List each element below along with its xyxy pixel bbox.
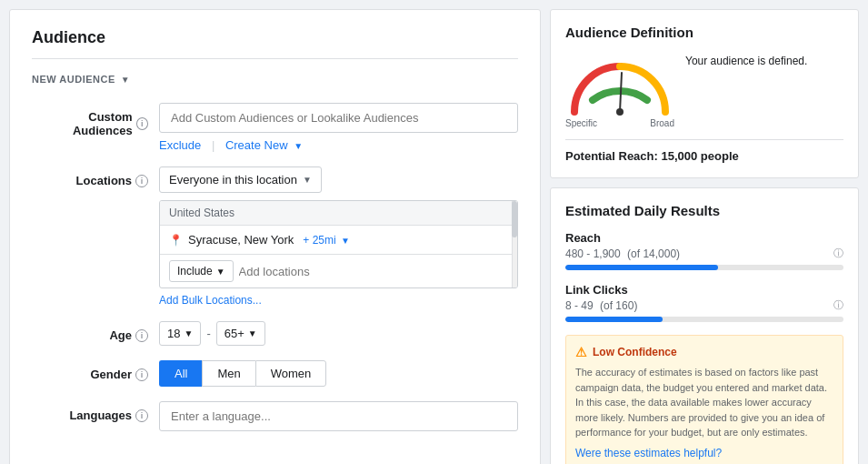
age-max-chevron-icon: ▼ xyxy=(248,328,257,338)
gauge-labels: Specific Broad xyxy=(565,118,674,128)
locations-info-icon[interactable]: i xyxy=(135,175,148,187)
location-box: United States 📍 Syracuse, New York + 25m… xyxy=(159,200,518,288)
audience-definition-title: Audience Definition xyxy=(565,25,843,40)
create-new-chevron-icon: ▼ xyxy=(294,141,303,151)
svg-line-0 xyxy=(620,73,622,112)
link-clicks-label: Link Clicks xyxy=(565,283,843,297)
estimated-results-title: Estimated Daily Results xyxy=(565,203,843,218)
add-locations-input[interactable] xyxy=(239,265,508,278)
link-separator: | xyxy=(212,138,215,152)
potential-reach: Potential Reach: 15,000 people xyxy=(565,139,843,163)
add-bulk-link-container: Add Bulk Locations... xyxy=(159,294,518,307)
link-clicks-progress-bg xyxy=(565,317,843,322)
custom-audiences-input[interactable] xyxy=(159,103,518,133)
helpful-link[interactable]: Were these estimates helpful? xyxy=(575,447,722,459)
age-min-chevron-icon: ▼ xyxy=(184,328,193,338)
age-controls: 18 ▼ - 65+ ▼ xyxy=(159,321,518,346)
reach-item: Reach 480 - 1,900 (of 14,000) ⓘ xyxy=(565,231,843,270)
reach-number: 480 - 1,900 (of 14,000) xyxy=(565,247,680,260)
languages-row: Languages i xyxy=(32,401,518,431)
location-pin-icon: 📍 xyxy=(169,234,183,247)
location-dropdown[interactable]: Everyone in this location ▼ xyxy=(159,166,322,193)
custom-audiences-row: Custom Audiences i Exclude | Create New … xyxy=(32,103,518,152)
age-max-dropdown[interactable]: 65+ ▼ xyxy=(216,321,265,346)
age-row: Age i 18 ▼ - 65+ ▼ xyxy=(32,321,518,346)
low-confidence-box: ⚠ Low Confidence The accuracy of estimat… xyxy=(565,335,843,464)
location-dropdown-chevron-icon: ▼ xyxy=(303,175,312,185)
reach-label: Reach xyxy=(565,231,843,245)
age-info-icon[interactable]: i xyxy=(135,329,148,342)
audience-definition-card: Audience Definition xyxy=(550,9,859,178)
locations-row: Locations i Everyone in this location ▼ … xyxy=(32,166,518,307)
locations-label: Locations i xyxy=(32,166,159,187)
age-content: 18 ▼ - 65+ ▼ xyxy=(159,321,518,346)
locations-content: Everyone in this location ▼ United State… xyxy=(159,166,518,307)
location-name: Syracuse, New York xyxy=(188,233,294,247)
reach-info-icon[interactable]: ⓘ xyxy=(833,247,843,260)
audience-links: Exclude | Create New ▼ xyxy=(159,138,518,152)
languages-input[interactable] xyxy=(159,401,518,431)
gender-label: Gender i xyxy=(32,360,159,381)
location-item: 📍 Syracuse, New York + 25mi ▼ xyxy=(160,226,517,255)
custom-audiences-content: Exclude | Create New ▼ xyxy=(159,103,518,152)
gauge-specific-label: Specific xyxy=(565,118,597,128)
include-row: Include ▼ xyxy=(160,255,517,287)
custom-audiences-info-icon[interactable]: i xyxy=(136,117,148,130)
low-confidence-title: ⚠ Low Confidence xyxy=(575,345,833,359)
age-min-dropdown[interactable]: 18 ▼ xyxy=(159,321,201,346)
gender-buttons: All Men Women xyxy=(159,360,518,387)
link-clicks-item: Link Clicks 8 - 49 (of 160) ⓘ xyxy=(565,283,843,322)
page-title: Audience xyxy=(32,28,518,59)
reach-progress-fill xyxy=(565,265,718,270)
radius-chevron-icon: ▼ xyxy=(341,236,350,246)
languages-info-icon[interactable]: i xyxy=(135,409,148,422)
age-dash: - xyxy=(206,327,210,340)
gender-row: Gender i All Men Women xyxy=(32,360,518,387)
link-clicks-progress-fill xyxy=(565,317,663,322)
include-dropdown[interactable]: Include ▼ xyxy=(169,260,234,282)
gender-all-button[interactable]: All xyxy=(159,360,202,387)
custom-audiences-label: Custom Audiences i xyxy=(32,103,159,137)
gauge-container xyxy=(565,53,674,116)
languages-label: Languages i xyxy=(32,401,159,422)
create-new-link[interactable]: Create New ▼ xyxy=(225,138,303,152)
warning-icon: ⚠ xyxy=(575,345,587,359)
low-confidence-text: The accuracy of estimates is based on fa… xyxy=(575,365,833,440)
location-country: United States xyxy=(160,201,517,226)
reach-progress-bg xyxy=(565,265,843,270)
add-bulk-link[interactable]: Add Bulk Locations... xyxy=(159,294,262,307)
link-clicks-value: 8 - 49 (of 160) ⓘ xyxy=(565,298,843,312)
exclude-link[interactable]: Exclude xyxy=(159,138,201,152)
gender-women-button[interactable]: Women xyxy=(255,360,327,387)
gauge-section: Specific Broad Your audience is defined. xyxy=(565,53,843,128)
gender-men-button[interactable]: Men xyxy=(202,360,254,387)
location-radius[interactable]: + 25mi ▼ xyxy=(303,234,350,247)
languages-content xyxy=(159,401,518,431)
new-audience-label: NEW AUDIENCE xyxy=(32,74,115,85)
potential-reach-value: 15,000 people xyxy=(661,149,738,163)
link-clicks-number: 8 - 49 (of 160) xyxy=(565,299,637,312)
gauge-broad-label: Broad xyxy=(650,118,674,128)
gender-info-icon[interactable]: i xyxy=(135,368,148,381)
svg-point-1 xyxy=(616,108,624,116)
new-audience-button[interactable]: NEW AUDIENCE ▼ xyxy=(32,74,518,85)
gender-content: All Men Women xyxy=(159,360,518,387)
new-audience-chevron-icon: ▼ xyxy=(121,75,130,85)
link-clicks-info-icon[interactable]: ⓘ xyxy=(833,298,843,312)
reach-value: 480 - 1,900 (of 14,000) ⓘ xyxy=(565,247,843,260)
estimated-results-card: Estimated Daily Results Reach 480 - 1,90… xyxy=(550,187,859,464)
audience-status-text: Your audience is defined. xyxy=(685,53,843,69)
age-label: Age i xyxy=(32,321,159,342)
include-chevron-icon: ▼ xyxy=(216,267,225,277)
